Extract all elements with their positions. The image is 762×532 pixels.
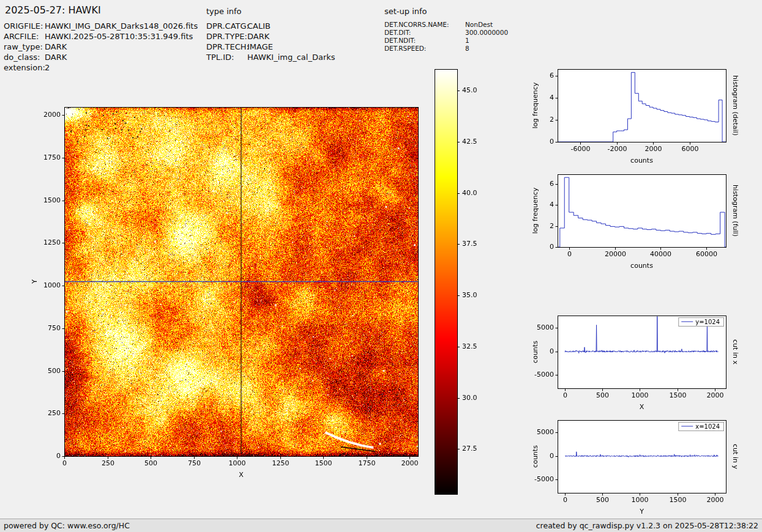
type-info-row: DPR.TECH:IMAGE [206,42,335,52]
type-info-row: DPR.TYPE:DARK [206,31,335,42]
type-info-row: TPL.ID:HAWKI_img_cal_Darks [206,52,335,62]
footer-right-text: created by qc_rawdisp.py v1.2.3 on 2025-… [536,521,758,530]
footer-left-text: powered by QC: www.eso.org/HC [4,521,130,530]
tpl-id-label: TPL.ID: [206,52,247,62]
setup-info-row: DET.DIT:300.0000000 [384,29,508,37]
dpr-catg-value: CALIB [247,21,271,31]
file-info-row: ARCFILE:HAWKI.2025-05-28T10:35:31.949.fi… [4,31,198,42]
cut-in-y-canvas [528,415,741,520]
colorbar-canvas [435,64,496,500]
det-rspeed-value: 8 [465,45,469,52]
arcfile-label: ARCFILE: [4,31,45,42]
page-title: 2025-05-27: HAWKI [5,4,101,16]
raw-type-value: DARK [45,42,67,51]
type-info-block: DPR.CATG:CALIB DPR.TYPE:DARK DPR.TECH:IM… [206,21,335,62]
file-info-row: ORIGFILE:HAWKI_IMG_DARK_Darks148_0026.fi… [4,21,198,31]
setup-info-block: DET.NCORRS.NAME:NonDest DET.DIT:300.0000… [384,21,508,53]
do-class-value: DARK [45,53,67,62]
file-info-row: extension:2 [4,62,198,73]
setup-info-row: DET.NDIT:1 [384,37,508,45]
file-info-block: ORIGFILE:HAWKI_IMG_DARK_Darks148_0026.fi… [4,21,198,73]
setup-info-row: DET.RSPEED:8 [384,45,508,53]
dpr-tech-value: IMAGE [247,42,273,51]
footer-bar: powered by QC: www.eso.org/HC created by… [0,519,762,532]
arcfile-value: HAWKI.2025-05-28T10:35:31.949.fits [45,32,193,41]
det-ndit-value: 1 [465,37,469,44]
det-ncorrs-label: DET.NCORRS.NAME: [384,21,465,29]
qc-report-page: 2025-05-27: HAWKI ORIGFILE:HAWKI_IMG_DAR… [0,0,762,532]
type-info-row: DPR.CATG:CALIB [206,21,335,31]
raw-type-label: raw_type: [4,42,45,52]
setup-info-heading: set-up info [384,7,427,16]
cut-in-x-canvas [528,311,741,416]
file-info-row: raw_type:DARK [4,42,198,52]
do-class-label: do_class: [4,52,45,62]
det-ncorrs-value: NonDest [465,21,493,28]
histogram-detail-canvas [528,64,741,169]
dpr-tech-label: DPR.TECH: [206,42,247,52]
setup-info-row: DET.NCORRS.NAME:NonDest [384,21,508,29]
origfile-label: ORIGFILE: [4,21,45,31]
origfile-value: HAWKI_IMG_DARK_Darks148_0026.fits [45,21,198,31]
histogram-full-canvas [528,169,741,275]
dpr-type-label: DPR.TYPE: [206,31,247,42]
extension-value: 2 [45,63,50,72]
file-info-row: do_class:DARK [4,52,198,62]
extension-label: extension: [4,62,45,73]
tpl-id-value: HAWKI_img_cal_Darks [247,53,335,62]
type-info-heading: type info [206,7,242,16]
dpr-catg-label: DPR.CATG: [206,21,247,31]
dpr-type-value: DARK [247,32,269,41]
det-ndit-label: DET.NDIT: [384,37,465,45]
dark-frame-image-canvas [24,98,435,495]
det-rspeed-label: DET.RSPEED: [384,45,465,53]
det-dit-value: 300.0000000 [465,29,508,36]
det-dit-label: DET.DIT: [384,29,465,37]
